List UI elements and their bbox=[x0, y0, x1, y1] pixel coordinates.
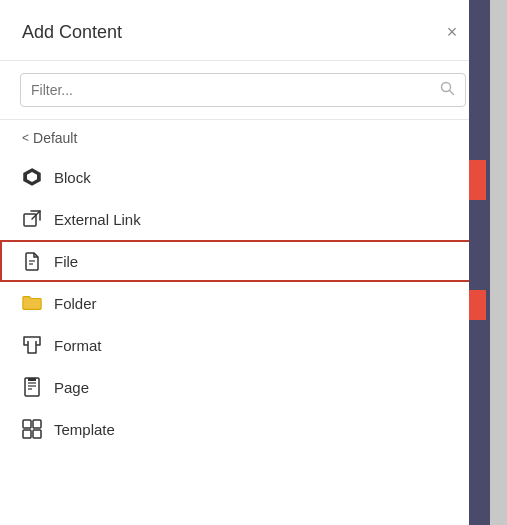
menu-item-external-link-label: External Link bbox=[54, 211, 141, 228]
right-panel bbox=[469, 0, 486, 525]
modal-title: Add Content bbox=[22, 22, 122, 43]
add-content-modal: Add Content × < Default bbox=[0, 0, 490, 525]
close-button[interactable]: × bbox=[438, 18, 466, 46]
menu-item-block-label: Block bbox=[54, 169, 91, 186]
menu-item-folder[interactable]: Folder bbox=[0, 282, 486, 324]
format-icon bbox=[22, 335, 42, 355]
search-box bbox=[20, 73, 466, 107]
menu-item-template-label: Template bbox=[54, 421, 115, 438]
breadcrumb-text: Default bbox=[33, 130, 77, 146]
menu-item-page[interactable]: Page bbox=[0, 366, 486, 408]
search-icon bbox=[440, 81, 455, 99]
template-icon bbox=[22, 419, 42, 439]
menu-item-file-label: File bbox=[54, 253, 78, 270]
svg-rect-15 bbox=[23, 430, 31, 438]
breadcrumb-arrow: < bbox=[22, 131, 29, 145]
svg-line-1 bbox=[450, 91, 454, 95]
svg-rect-14 bbox=[33, 420, 41, 428]
svg-rect-16 bbox=[33, 430, 41, 438]
block-icon bbox=[22, 167, 42, 187]
menu-item-block[interactable]: Block bbox=[0, 156, 486, 198]
search-input[interactable] bbox=[31, 82, 440, 98]
file-icon bbox=[22, 251, 42, 271]
modal-header: Add Content × bbox=[0, 0, 486, 61]
menu-item-folder-label: Folder bbox=[54, 295, 97, 312]
menu-item-template[interactable]: Template bbox=[0, 408, 486, 450]
menu-item-external-link[interactable]: External Link bbox=[0, 198, 486, 240]
menu-list: Block External Link bbox=[0, 152, 486, 525]
right-panel-accent2 bbox=[469, 290, 486, 320]
page-icon bbox=[22, 377, 42, 397]
menu-item-format-label: Format bbox=[54, 337, 102, 354]
right-panel-accent bbox=[469, 160, 486, 200]
svg-rect-13 bbox=[23, 420, 31, 428]
menu-item-format[interactable]: Format bbox=[0, 324, 486, 366]
folder-icon bbox=[22, 293, 42, 313]
external-link-icon bbox=[22, 209, 42, 229]
breadcrumb: < Default bbox=[0, 120, 486, 152]
menu-item-file[interactable]: File bbox=[0, 240, 486, 282]
search-area bbox=[0, 61, 486, 120]
svg-rect-12 bbox=[28, 378, 36, 381]
menu-item-page-label: Page bbox=[54, 379, 89, 396]
